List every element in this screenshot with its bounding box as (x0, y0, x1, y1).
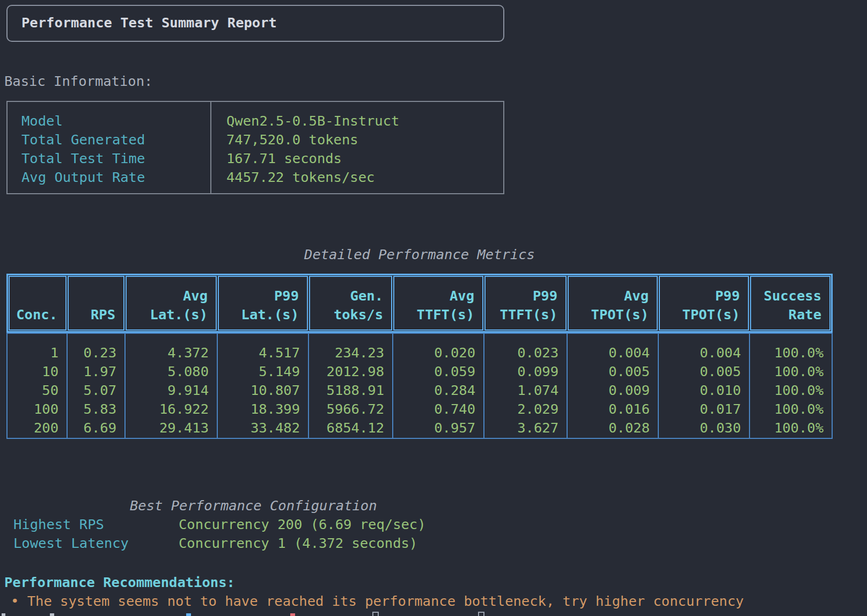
metrics-column: 0.0040.0050.0100.0170.030 (658, 334, 749, 438)
metrics-column: 0.0230.0991.0742.0293.627 (483, 334, 567, 438)
metric-value: 1.97 (68, 362, 124, 381)
column-header-avg-tpot: Avg TPOT(s) (568, 276, 658, 331)
metrics-table-header: Conc. RPS Avg Lat.(s) P99 Lat.(s) Gen. t… (6, 274, 833, 333)
metric-value: 0.23 (68, 343, 124, 362)
basic-info-label: Total Generated (8, 130, 210, 149)
metric-value: 6854.12 (309, 419, 392, 437)
metric-value: 100.0% (750, 362, 832, 381)
metrics-column: 11050100200 (8, 334, 67, 438)
metrics-column: 0.0200.0590.2840.7400.957 (392, 334, 483, 438)
basic-info-row: Avg Output Rate 4457.22 tokens/sec (8, 168, 503, 187)
metric-value: 9.914 (126, 381, 217, 400)
metric-value: 16.922 (126, 400, 217, 419)
metric-value: 4.372 (126, 343, 217, 362)
metric-value: 0.005 (568, 362, 658, 381)
metrics-column: 0.231.975.075.836.69 (67, 334, 124, 438)
metric-value: 10 (8, 362, 67, 381)
metric-value: 5.149 (218, 362, 308, 381)
metrics-column: 234.232012.985188.915966.726854.12 (308, 334, 392, 438)
basic-info-value: Qwen2.5-0.5B-Instruct (210, 112, 503, 130)
column-header-rps: RPS (68, 276, 124, 331)
basic-info-row: Model Qwen2.5-0.5B-Instruct (8, 112, 503, 130)
clipped-bottom-line (0, 611, 867, 616)
metric-value: 50 (8, 381, 67, 400)
metric-value: 18.399 (218, 400, 308, 419)
tofu-box-fragment (372, 612, 379, 616)
metric-value: 1 (8, 343, 67, 362)
glyph-top-fragment (186, 613, 191, 616)
column-header-conc: Conc. (9, 276, 67, 331)
metric-value: 1.074 (484, 381, 567, 400)
metric-value: 0.059 (393, 362, 483, 381)
basic-info-label: Avg Output Rate (8, 168, 210, 187)
metric-value: 10.807 (218, 381, 308, 400)
best-config-row: Highest RPS Concurrency 200 (6.69 req/se… (0, 515, 515, 534)
metric-value: 5.07 (68, 381, 124, 400)
column-header-p99-lat: P99 Lat.(s) (218, 276, 308, 331)
basic-info-value: 747,520.0 tokens (210, 130, 503, 149)
best-config-row: Lowest Latency Concurrency 1 (4.372 seco… (0, 534, 515, 553)
basic-info-value: 4457.22 tokens/sec (210, 168, 503, 187)
metric-value: 0.004 (659, 343, 749, 362)
glyph-top-fragment (50, 613, 54, 616)
metric-value: 2012.98 (309, 362, 392, 381)
basic-info-value: 167.71 seconds (210, 149, 503, 168)
basic-info-heading: Basic Information: (4, 72, 152, 91)
metric-value: 3.627 (484, 419, 567, 437)
metric-value: 5.83 (68, 400, 124, 419)
metrics-column: 0.0040.0050.0090.0160.028 (567, 334, 658, 438)
basic-info-label: Total Test Time (8, 149, 210, 168)
recommendation-item: • The system seems not to have reached i… (11, 592, 744, 611)
basic-info-label: Model (8, 112, 210, 130)
column-header-avg-lat: Avg Lat.(s) (126, 276, 217, 331)
metric-value: 0.284 (393, 381, 483, 400)
best-config-label: Lowest Latency (13, 534, 129, 553)
metric-value: 0.740 (393, 400, 483, 419)
tofu-box-fragment (478, 612, 484, 616)
best-config-label: Highest RPS (13, 515, 104, 534)
terminal-screen: Performance Test Summary Report Basic In… (0, 0, 867, 616)
metric-value: 0.957 (393, 419, 483, 437)
metrics-table-caption: Detailed Performance Metrics (6, 245, 833, 264)
basic-info-column-divider (210, 102, 211, 193)
metric-value: 4.517 (218, 343, 308, 362)
metric-value: 0.010 (659, 381, 749, 400)
metric-value: 0.004 (568, 343, 658, 362)
metric-value: 2.029 (484, 400, 567, 419)
column-header-gen-toks: Gen. toks/s (309, 276, 392, 331)
metric-value: 5188.91 (309, 381, 392, 400)
metric-value: 0.017 (659, 400, 749, 419)
report-title: Performance Test Summary Report (21, 13, 277, 32)
metric-value: 33.482 (218, 419, 308, 437)
column-header-p99-tpot: P99 TPOT(s) (659, 276, 749, 331)
metric-value: 0.099 (484, 362, 567, 381)
metric-value: 100.0% (750, 400, 832, 419)
metric-value: 0.009 (568, 381, 658, 400)
metrics-column: 100.0%100.0%100.0%100.0%100.0% (749, 334, 832, 438)
metric-value: 5966.72 (309, 400, 392, 419)
metric-value: 0.023 (484, 343, 567, 362)
metric-value: 29.413 (126, 419, 217, 437)
metric-value: 200 (8, 419, 67, 437)
metric-value: 0.016 (568, 400, 658, 419)
metric-value: 0.028 (568, 419, 658, 437)
metrics-body: 110501002000.231.975.075.836.694.3725.08… (6, 333, 833, 439)
title-panel: Performance Test Summary Report (6, 5, 504, 42)
column-header-success-rate: Success Rate (750, 276, 831, 331)
metric-value: 100.0% (750, 343, 832, 362)
glyph-top-fragment (2, 613, 5, 616)
metric-value: 100 (8, 400, 67, 419)
basic-info-row: Total Generated 747,520.0 tokens (8, 130, 503, 149)
metric-value: 100.0% (750, 419, 832, 437)
metrics-column: 4.3725.0809.91416.92229.413 (124, 334, 217, 438)
metrics-column: 4.5175.14910.80718.39933.482 (217, 334, 308, 438)
glyph-top-fragment (290, 613, 295, 616)
best-config-value: Concurrency 200 (6.69 req/sec) (179, 515, 426, 534)
metric-value: 0.020 (393, 343, 483, 362)
metric-value: 5.080 (126, 362, 217, 381)
metric-value: 6.69 (68, 419, 124, 437)
recommendations-heading: Performance Recommendations: (4, 573, 235, 592)
metric-value: 100.0% (750, 381, 832, 400)
best-config-value: Concurrency 1 (4.372 seconds) (179, 534, 417, 553)
best-config-caption: Best Performance Configuration (130, 496, 377, 515)
